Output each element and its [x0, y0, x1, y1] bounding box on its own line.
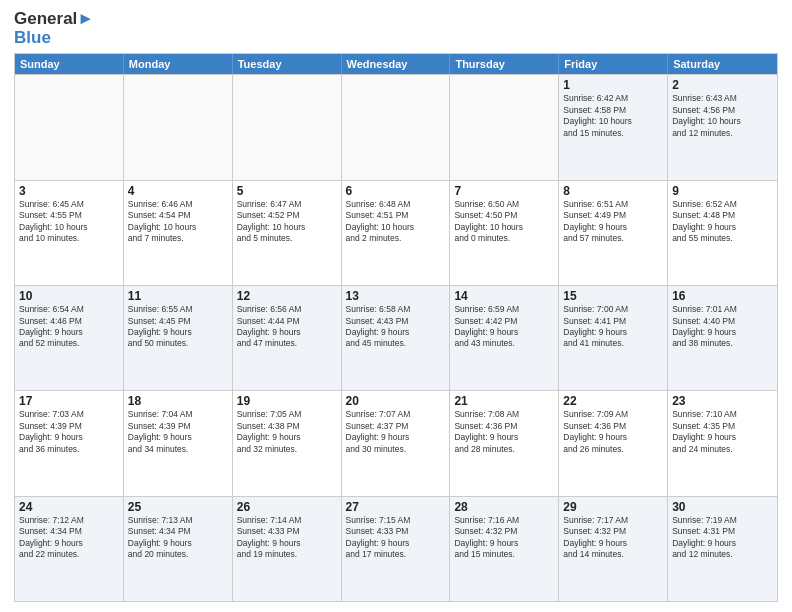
day-number: 2	[672, 78, 773, 92]
day-number: 26	[237, 500, 337, 514]
day-info: Sunrise: 7:09 AM Sunset: 4:36 PM Dayligh…	[563, 409, 663, 455]
day-number: 20	[346, 394, 446, 408]
day-info: Sunrise: 6:48 AM Sunset: 4:51 PM Dayligh…	[346, 199, 446, 245]
day-info: Sunrise: 6:52 AM Sunset: 4:48 PM Dayligh…	[672, 199, 773, 245]
day-number: 7	[454, 184, 554, 198]
calendar-cell: 30Sunrise: 7:19 AM Sunset: 4:31 PM Dayli…	[668, 497, 777, 601]
day-info: Sunrise: 7:15 AM Sunset: 4:33 PM Dayligh…	[346, 515, 446, 561]
logo-text2: Blue	[14, 29, 94, 48]
logo-text: General►	[14, 10, 94, 29]
day-info: Sunrise: 7:14 AM Sunset: 4:33 PM Dayligh…	[237, 515, 337, 561]
calendar-cell	[450, 75, 559, 179]
calendar-cell: 2Sunrise: 6:43 AM Sunset: 4:56 PM Daylig…	[668, 75, 777, 179]
day-info: Sunrise: 7:04 AM Sunset: 4:39 PM Dayligh…	[128, 409, 228, 455]
weekday-header: Thursday	[450, 54, 559, 74]
calendar-cell: 5Sunrise: 6:47 AM Sunset: 4:52 PM Daylig…	[233, 181, 342, 285]
day-number: 22	[563, 394, 663, 408]
day-info: Sunrise: 6:58 AM Sunset: 4:43 PM Dayligh…	[346, 304, 446, 350]
calendar: SundayMondayTuesdayWednesdayThursdayFrid…	[14, 53, 778, 602]
calendar-cell: 4Sunrise: 6:46 AM Sunset: 4:54 PM Daylig…	[124, 181, 233, 285]
day-info: Sunrise: 6:55 AM Sunset: 4:45 PM Dayligh…	[128, 304, 228, 350]
calendar-cell: 22Sunrise: 7:09 AM Sunset: 4:36 PM Dayli…	[559, 391, 668, 495]
day-info: Sunrise: 6:51 AM Sunset: 4:49 PM Dayligh…	[563, 199, 663, 245]
day-number: 21	[454, 394, 554, 408]
calendar-cell: 12Sunrise: 6:56 AM Sunset: 4:44 PM Dayli…	[233, 286, 342, 390]
calendar-cell: 20Sunrise: 7:07 AM Sunset: 4:37 PM Dayli…	[342, 391, 451, 495]
calendar-cell: 17Sunrise: 7:03 AM Sunset: 4:39 PM Dayli…	[15, 391, 124, 495]
calendar-cell: 26Sunrise: 7:14 AM Sunset: 4:33 PM Dayli…	[233, 497, 342, 601]
calendar-header: SundayMondayTuesdayWednesdayThursdayFrid…	[15, 54, 777, 74]
day-info: Sunrise: 7:17 AM Sunset: 4:32 PM Dayligh…	[563, 515, 663, 561]
calendar-cell	[342, 75, 451, 179]
calendar-cell: 24Sunrise: 7:12 AM Sunset: 4:34 PM Dayli…	[15, 497, 124, 601]
calendar-cell: 21Sunrise: 7:08 AM Sunset: 4:36 PM Dayli…	[450, 391, 559, 495]
day-number: 15	[563, 289, 663, 303]
day-number: 17	[19, 394, 119, 408]
day-number: 24	[19, 500, 119, 514]
day-number: 8	[563, 184, 663, 198]
day-info: Sunrise: 6:47 AM Sunset: 4:52 PM Dayligh…	[237, 199, 337, 245]
day-info: Sunrise: 6:45 AM Sunset: 4:55 PM Dayligh…	[19, 199, 119, 245]
weekday-header: Saturday	[668, 54, 777, 74]
day-number: 13	[346, 289, 446, 303]
day-info: Sunrise: 7:03 AM Sunset: 4:39 PM Dayligh…	[19, 409, 119, 455]
calendar-cell: 9Sunrise: 6:52 AM Sunset: 4:48 PM Daylig…	[668, 181, 777, 285]
calendar-cell: 7Sunrise: 6:50 AM Sunset: 4:50 PM Daylig…	[450, 181, 559, 285]
day-info: Sunrise: 7:07 AM Sunset: 4:37 PM Dayligh…	[346, 409, 446, 455]
calendar-row: 3Sunrise: 6:45 AM Sunset: 4:55 PM Daylig…	[15, 180, 777, 285]
day-info: Sunrise: 6:54 AM Sunset: 4:46 PM Dayligh…	[19, 304, 119, 350]
day-number: 11	[128, 289, 228, 303]
calendar-row: 24Sunrise: 7:12 AM Sunset: 4:34 PM Dayli…	[15, 496, 777, 601]
calendar-body: 1Sunrise: 6:42 AM Sunset: 4:58 PM Daylig…	[15, 74, 777, 601]
day-number: 4	[128, 184, 228, 198]
calendar-row: 17Sunrise: 7:03 AM Sunset: 4:39 PM Dayli…	[15, 390, 777, 495]
weekday-header: Sunday	[15, 54, 124, 74]
calendar-cell	[15, 75, 124, 179]
calendar-cell: 6Sunrise: 6:48 AM Sunset: 4:51 PM Daylig…	[342, 181, 451, 285]
logo: General► Blue	[14, 10, 94, 47]
day-info: Sunrise: 6:59 AM Sunset: 4:42 PM Dayligh…	[454, 304, 554, 350]
calendar-cell: 18Sunrise: 7:04 AM Sunset: 4:39 PM Dayli…	[124, 391, 233, 495]
calendar-cell: 14Sunrise: 6:59 AM Sunset: 4:42 PM Dayli…	[450, 286, 559, 390]
calendar-row: 1Sunrise: 6:42 AM Sunset: 4:58 PM Daylig…	[15, 74, 777, 179]
day-number: 30	[672, 500, 773, 514]
calendar-cell: 28Sunrise: 7:16 AM Sunset: 4:32 PM Dayli…	[450, 497, 559, 601]
day-number: 1	[563, 78, 663, 92]
weekday-header: Wednesday	[342, 54, 451, 74]
day-info: Sunrise: 6:56 AM Sunset: 4:44 PM Dayligh…	[237, 304, 337, 350]
day-number: 29	[563, 500, 663, 514]
day-info: Sunrise: 6:50 AM Sunset: 4:50 PM Dayligh…	[454, 199, 554, 245]
calendar-cell: 27Sunrise: 7:15 AM Sunset: 4:33 PM Dayli…	[342, 497, 451, 601]
weekday-header: Friday	[559, 54, 668, 74]
day-info: Sunrise: 7:16 AM Sunset: 4:32 PM Dayligh…	[454, 515, 554, 561]
day-number: 12	[237, 289, 337, 303]
day-info: Sunrise: 7:00 AM Sunset: 4:41 PM Dayligh…	[563, 304, 663, 350]
calendar-cell	[124, 75, 233, 179]
day-number: 3	[19, 184, 119, 198]
calendar-cell: 13Sunrise: 6:58 AM Sunset: 4:43 PM Dayli…	[342, 286, 451, 390]
calendar-cell: 8Sunrise: 6:51 AM Sunset: 4:49 PM Daylig…	[559, 181, 668, 285]
calendar-cell: 16Sunrise: 7:01 AM Sunset: 4:40 PM Dayli…	[668, 286, 777, 390]
calendar-cell: 29Sunrise: 7:17 AM Sunset: 4:32 PM Dayli…	[559, 497, 668, 601]
calendar-cell: 1Sunrise: 6:42 AM Sunset: 4:58 PM Daylig…	[559, 75, 668, 179]
day-number: 6	[346, 184, 446, 198]
day-info: Sunrise: 6:42 AM Sunset: 4:58 PM Dayligh…	[563, 93, 663, 139]
calendar-cell: 10Sunrise: 6:54 AM Sunset: 4:46 PM Dayli…	[15, 286, 124, 390]
day-info: Sunrise: 7:01 AM Sunset: 4:40 PM Dayligh…	[672, 304, 773, 350]
day-number: 16	[672, 289, 773, 303]
calendar-cell: 19Sunrise: 7:05 AM Sunset: 4:38 PM Dayli…	[233, 391, 342, 495]
day-info: Sunrise: 7:19 AM Sunset: 4:31 PM Dayligh…	[672, 515, 773, 561]
page-header: General► Blue	[14, 10, 778, 47]
calendar-cell	[233, 75, 342, 179]
day-info: Sunrise: 6:43 AM Sunset: 4:56 PM Dayligh…	[672, 93, 773, 139]
day-info: Sunrise: 7:05 AM Sunset: 4:38 PM Dayligh…	[237, 409, 337, 455]
calendar-cell: 23Sunrise: 7:10 AM Sunset: 4:35 PM Dayli…	[668, 391, 777, 495]
day-number: 18	[128, 394, 228, 408]
day-number: 14	[454, 289, 554, 303]
calendar-cell: 25Sunrise: 7:13 AM Sunset: 4:34 PM Dayli…	[124, 497, 233, 601]
day-number: 9	[672, 184, 773, 198]
calendar-cell: 15Sunrise: 7:00 AM Sunset: 4:41 PM Dayli…	[559, 286, 668, 390]
day-info: Sunrise: 7:12 AM Sunset: 4:34 PM Dayligh…	[19, 515, 119, 561]
day-number: 19	[237, 394, 337, 408]
day-info: Sunrise: 7:13 AM Sunset: 4:34 PM Dayligh…	[128, 515, 228, 561]
